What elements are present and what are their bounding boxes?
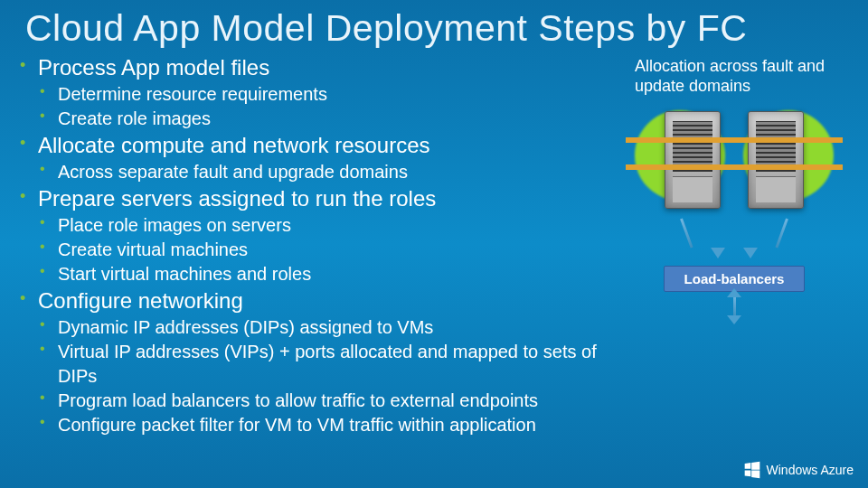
windows-icon [743, 461, 761, 479]
windows-azure-logo: Windows Azure [743, 461, 854, 479]
sub-bullet: Across separate fault and upgrade domain… [38, 160, 617, 184]
arrow-head-icon [711, 248, 725, 258]
bullet-heading: Configure networking [38, 288, 617, 314]
arrows-graphic [617, 292, 852, 324]
update-domain-bar [626, 137, 843, 143]
arrow-line [775, 219, 788, 249]
bullet-item: Prepare servers assigned to run the role… [16, 186, 617, 286]
sub-bullet: Start virtual machines and roles [38, 262, 617, 286]
server-rack-icon [748, 111, 804, 209]
arrows-graphic [617, 219, 852, 264]
allocation-diagram: Allocation across fault and update domai… [617, 55, 852, 439]
sub-bullet: Create virtual machines [38, 238, 617, 262]
bullet-item: Allocate compute and network resources A… [16, 133, 617, 184]
arrow-line [733, 296, 736, 317]
servers-graphic [617, 101, 852, 219]
sub-bullet: Dynamic IP addresses (DIPs) assigned to … [38, 315, 617, 340]
diagram-label: Allocation across fault and update domai… [617, 57, 852, 96]
server-rack-icon [665, 111, 721, 209]
bullet-heading: Prepare servers assigned to run the role… [38, 186, 617, 211]
sub-bullet: Virtual IP addresses (VIPs) + ports allo… [38, 340, 617, 389]
bullet-item: Configure networking Dynamic IP addresse… [16, 288, 617, 437]
arrow-head-icon [727, 288, 741, 297]
sub-bullet: Place role images on servers [38, 213, 617, 238]
bullet-heading: Process App model files [38, 55, 617, 80]
brand-text: Windows Azure [767, 463, 854, 477]
bullet-heading: Allocate compute and network resources [38, 133, 617, 158]
sub-bullet: Determine resource requirements [38, 82, 617, 107]
sub-bullet: Create role images [38, 107, 617, 131]
bullet-item: Process App model files Determine resour… [16, 55, 617, 131]
sub-bullet: Program load balancers to allow traffic … [38, 389, 617, 413]
arrow-head-icon [727, 315, 741, 324]
arrow-line [680, 219, 693, 249]
slide-body: Process App model files Determine resour… [0, 50, 868, 439]
slide-title: Cloud App Model Deployment Steps by FC [0, 0, 868, 50]
arrow-head-icon [743, 248, 758, 258]
sub-bullet: Configure packet filter for VM to VM tra… [38, 413, 617, 437]
bullet-list-column: Process App model files Determine resour… [16, 55, 617, 439]
update-domain-bar [626, 164, 843, 170]
